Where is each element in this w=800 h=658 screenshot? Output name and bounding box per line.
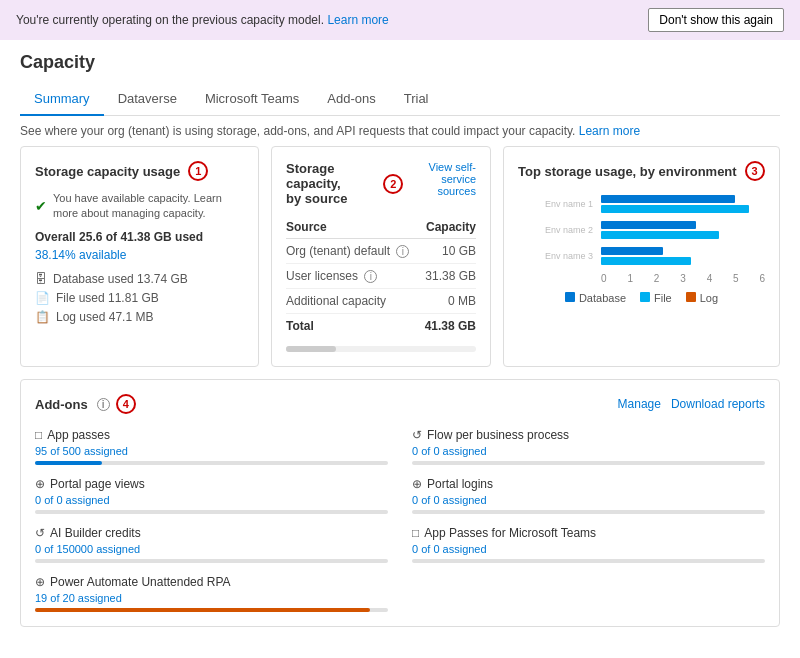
addons-card: Add-ons i 4 Manage Download reports □ Ap… xyxy=(20,379,780,627)
source-card-title-wrap: Storage capacity,by source 2 xyxy=(286,161,403,206)
addon-flow-biz-assigned: 0 of 0 assigned xyxy=(412,445,765,457)
addon-flow-biz-name: ↺ Flow per business process xyxy=(412,428,765,442)
log-icon: 📋 xyxy=(35,310,50,324)
addon-portal-views: ⊕ Portal page views 0 of 0 assigned xyxy=(35,477,388,514)
avail-text: You have available capacity. Learn more … xyxy=(53,191,244,222)
source-additional-label: Additional capacity xyxy=(286,289,420,314)
storage-capacity-card: Storage capacity usage 1 ✔ You have avai… xyxy=(20,146,259,367)
chart-xaxis: 0 1 2 3 4 5 6 xyxy=(518,273,765,284)
top-storage-title: Top storage usage, by environment xyxy=(518,164,737,179)
subtitle-learn-more[interactable]: Learn more xyxy=(579,124,640,138)
source-col-header: Source xyxy=(286,216,420,239)
chart-area: Env name 1 Env name 2 Env name 3 xyxy=(518,191,765,308)
log-usage: 📋 Log used 47.1 MB xyxy=(35,310,244,324)
tab-microsoft-teams[interactable]: Microsoft Teams xyxy=(191,83,313,116)
view-self-service-link[interactable]: View self-servicesources xyxy=(403,161,476,197)
dismiss-banner-button[interactable]: Don't show this again xyxy=(648,8,784,32)
top-storage-badge: 3 xyxy=(745,161,765,181)
banner-learn-more[interactable]: Learn more xyxy=(327,13,388,27)
chart-label-3: Env name 3 xyxy=(518,251,593,261)
manage-link[interactable]: Manage xyxy=(618,397,661,411)
source-capacity-card: Storage capacity,by source 2 View self-s… xyxy=(271,146,491,367)
flow-biz-icon: ↺ xyxy=(412,428,422,442)
tab-dataverse[interactable]: Dataverse xyxy=(104,83,191,116)
source-row-additional: Additional capacity 0 MB xyxy=(286,289,476,314)
addon-pa-rpa: ⊕ Power Automate Unattended RPA 19 of 20… xyxy=(35,575,388,612)
page-title: Capacity xyxy=(20,52,780,73)
storage-badge: 1 xyxy=(188,161,208,181)
source-card-title: Storage capacity,by source xyxy=(286,161,377,206)
tab-addons[interactable]: Add-ons xyxy=(313,83,389,116)
addon-app-passes-bar xyxy=(35,461,388,465)
addon-app-passes-teams-bar xyxy=(412,559,765,563)
source-total-label: Total xyxy=(286,314,420,339)
addon-app-passes-name: □ App passes xyxy=(35,428,388,442)
bar-file-3 xyxy=(601,257,691,265)
source-header: Storage capacity,by source 2 View self-s… xyxy=(286,161,476,206)
cards-row: Storage capacity usage 1 ✔ You have avai… xyxy=(0,146,800,379)
addons-grid: □ App passes 95 of 500 assigned ↺ Flow p… xyxy=(35,428,765,612)
avail-pct: 38.14% available xyxy=(35,248,244,262)
addons-info-icon: i xyxy=(97,398,110,411)
storage-card-title: Storage capacity usage xyxy=(35,164,180,179)
addon-portal-logins-assigned: 0 of 0 assigned xyxy=(412,494,765,506)
legend-file: File xyxy=(640,292,672,304)
chart-legend: Database File Log xyxy=(518,292,765,304)
tab-trial[interactable]: Trial xyxy=(390,83,443,116)
overall-usage: Overall 25.6 of 41.38 GB used xyxy=(35,230,244,244)
addon-pa-rpa-assigned: 19 of 20 assigned xyxy=(35,592,388,604)
capacity-col-header: Capacity xyxy=(420,216,476,239)
portal-views-icon: ⊕ xyxy=(35,477,45,491)
bar-file-1 xyxy=(601,205,749,213)
source-total-capacity: 41.38 GB xyxy=(420,314,476,339)
addon-app-passes-teams: □ App Passes for Microsoft Teams 0 of 0 … xyxy=(412,526,765,563)
addon-flow-biz: ↺ Flow per business process 0 of 0 assig… xyxy=(412,428,765,465)
addon-ai-builder-assigned: 0 of 150000 assigned xyxy=(35,543,388,555)
source-row-total: Total 41.38 GB xyxy=(286,314,476,339)
bar-db-2 xyxy=(601,221,696,229)
capacity-banner: You're currently operating on the previo… xyxy=(0,0,800,40)
addon-portal-logins: ⊕ Portal logins 0 of 0 assigned xyxy=(412,477,765,514)
addon-portal-logins-name: ⊕ Portal logins xyxy=(412,477,765,491)
addon-ai-builder-bar xyxy=(35,559,388,563)
addon-ai-builder: ↺ AI Builder credits 0 of 150000 assigne… xyxy=(35,526,388,563)
source-org-label: Org (tenant) default i xyxy=(286,239,420,264)
addon-portal-logins-bar xyxy=(412,510,765,514)
addon-ai-builder-name: ↺ AI Builder credits xyxy=(35,526,388,540)
file-icon: 📄 xyxy=(35,291,50,305)
chart-row-2: Env name 2 xyxy=(518,221,765,239)
addon-flow-biz-bar xyxy=(412,461,765,465)
file-usage: 📄 File used 11.81 GB xyxy=(35,291,244,305)
addons-actions: Manage Download reports xyxy=(618,397,765,411)
storage-card-header: Storage capacity usage 1 xyxy=(35,161,244,181)
legend-log: Log xyxy=(686,292,718,304)
addon-app-passes: □ App passes 95 of 500 assigned xyxy=(35,428,388,465)
banner-message: You're currently operating on the previo… xyxy=(16,13,389,27)
scroll-thumb xyxy=(286,346,336,352)
source-user-capacity: 31.38 GB xyxy=(420,264,476,289)
source-additional-capacity: 0 MB xyxy=(420,289,476,314)
tab-summary[interactable]: Summary xyxy=(20,83,104,116)
source-user-label: User licenses i xyxy=(286,264,420,289)
legend-database: Database xyxy=(565,292,626,304)
app-passes-teams-icon: □ xyxy=(412,526,419,540)
app-passes-icon: □ xyxy=(35,428,42,442)
chart-bars-2 xyxy=(601,221,765,239)
addon-portal-views-bar xyxy=(35,510,388,514)
chart-row-1: Env name 1 xyxy=(518,195,765,213)
addon-pa-rpa-bar xyxy=(35,608,388,612)
addon-app-passes-teams-name: □ App Passes for Microsoft Teams xyxy=(412,526,765,540)
info-icon-user: i xyxy=(364,270,377,283)
source-table: Source Capacity Org (tenant) default i 1… xyxy=(286,216,476,338)
source-row-user: User licenses i 31.38 GB xyxy=(286,264,476,289)
page-header: Capacity xyxy=(0,40,800,73)
page-subtitle: See where your org (tenant) is using sto… xyxy=(0,116,800,146)
download-reports-link[interactable]: Download reports xyxy=(671,397,765,411)
chart-row-3: Env name 3 xyxy=(518,247,765,265)
addons-badge: 4 xyxy=(116,394,136,414)
addon-app-passes-teams-assigned: 0 of 0 assigned xyxy=(412,543,765,555)
db-usage: 🗄 Database used 13.74 GB xyxy=(35,272,244,286)
database-icon: 🗄 xyxy=(35,272,47,286)
addons-title: Add-ons i 4 xyxy=(35,394,136,414)
source-org-capacity: 10 GB xyxy=(420,239,476,264)
